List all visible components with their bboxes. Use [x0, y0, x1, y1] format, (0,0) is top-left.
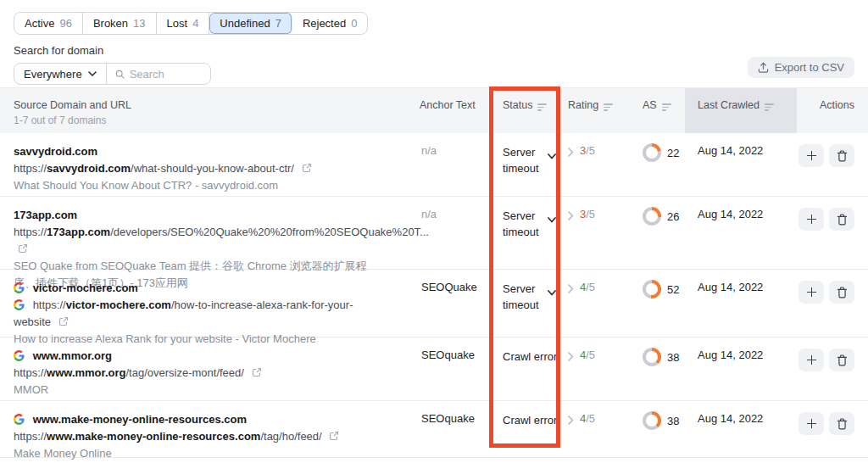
source-domain[interactable]: savvydroid.com	[14, 145, 97, 158]
status-value: Crawl error	[503, 349, 557, 365]
source-domain-line: www.mmor.org	[14, 348, 388, 365]
sort-icon	[604, 103, 613, 111]
actions-cell	[797, 133, 868, 196]
authority-score-donut	[643, 348, 661, 366]
source-domain[interactable]: www.mmor.org	[33, 349, 112, 362]
add-button[interactable]	[798, 281, 824, 304]
external-link-icon[interactable]	[302, 163, 312, 173]
trash-icon	[837, 150, 848, 162]
plus-icon	[807, 287, 816, 297]
authority-score-value: 38	[667, 415, 679, 427]
last-crawled-date: Aug 14, 2022	[685, 337, 797, 400]
delete-button[interactable]	[829, 281, 854, 304]
chevron-right-icon	[568, 416, 574, 425]
status-cell: Crawl error	[490, 337, 559, 400]
rating-cell[interactable]: 4/5	[559, 337, 630, 400]
source-cell: www.make-money-online-resources.com http…	[0, 401, 407, 462]
search-for-domain-label: Search for domain	[14, 44, 854, 57]
add-button[interactable]	[798, 208, 824, 231]
source-domain-line: savvydroid.com	[14, 143, 388, 160]
authority-score-value: 52	[667, 283, 679, 296]
external-link-icon[interactable]	[58, 316, 69, 326]
chevron-down-icon	[548, 153, 556, 159]
delete-button[interactable]	[829, 412, 854, 435]
actions-cell	[797, 337, 868, 400]
status-value: Server timeout	[503, 281, 543, 313]
header-anchor-text: Anchor Text	[407, 88, 490, 133]
external-link-icon[interactable]	[329, 431, 339, 441]
rating-cell[interactable]: 4/5	[559, 401, 630, 462]
chevron-right-icon	[568, 211, 574, 220]
trash-icon	[837, 418, 848, 430]
source-url[interactable]: savvydroid.com	[47, 162, 131, 175]
search-input[interactable]	[130, 68, 202, 81]
header-source-label: Source Domain and URL	[14, 99, 407, 111]
google-index-icon	[14, 350, 25, 361]
source-url[interactable]: victor-mochere.com	[66, 298, 171, 311]
add-button[interactable]	[798, 144, 824, 167]
tab-rejected[interactable]: Rejected 0	[292, 13, 368, 34]
plus-icon	[807, 215, 816, 224]
tab-broken[interactable]: Broken 13	[83, 13, 157, 34]
header-status[interactable]: Status	[490, 88, 559, 133]
sort-icon	[662, 103, 671, 111]
sort-icon	[537, 103, 547, 111]
tab-undefined[interactable]: Undefined 7	[209, 13, 292, 34]
plus-icon	[807, 419, 816, 428]
table-row: www.mmor.org https://www.mmor.org/tag/ov…	[0, 337, 868, 401]
delete-button[interactable]	[829, 208, 854, 231]
external-link-icon[interactable]	[252, 367, 262, 377]
add-button[interactable]	[798, 349, 824, 371]
last-crawled-date: Aug 14, 2022	[685, 270, 797, 348]
google-index-icon	[14, 414, 25, 425]
source-domain[interactable]: www.make-money-online-resources.com	[33, 413, 247, 426]
chevron-right-icon	[568, 284, 574, 293]
tab-count: 4	[192, 17, 198, 30]
trash-icon	[837, 287, 848, 298]
trash-icon	[837, 354, 848, 366]
header-last-crawled[interactable]: Last Crawled	[685, 88, 797, 133]
source-domain-line: victor-mochere.com	[14, 280, 388, 297]
results-range: 1-7 out of 7 domains	[14, 114, 407, 126]
source-domain[interactable]: 173app.com	[14, 209, 77, 221]
anchor-text: SEOquake	[407, 337, 490, 400]
last-crawled-date: Aug 14, 2022	[685, 401, 797, 462]
export-to-csv-button[interactable]: Export to CSV	[748, 57, 854, 78]
chevron-down-icon	[548, 217, 556, 223]
header-authority-score[interactable]: AS	[630, 88, 685, 133]
tab-label: Broken	[93, 17, 128, 30]
rating-cell[interactable]: 4/5	[559, 270, 630, 348]
delete-button[interactable]	[829, 349, 854, 371]
source-url[interactable]: www.make-money-online-resources.com	[47, 430, 260, 443]
tab-active[interactable]: Active 96	[14, 13, 83, 34]
authority-score-donut	[643, 280, 661, 298]
table-row: 173app.com https://173app.com/developers…	[0, 197, 868, 270]
status-value: Crawl error	[503, 412, 557, 428]
header-actions: Actions	[797, 88, 868, 133]
authority-score-value: 26	[667, 210, 679, 223]
source-url[interactable]: www.mmor.org	[47, 366, 125, 379]
tab-lost[interactable]: Lost 4	[157, 13, 210, 34]
status-dropdown[interactable]: Server timeout	[490, 133, 559, 196]
authority-score-cell: 38	[630, 401, 685, 462]
add-button[interactable]	[798, 412, 824, 435]
source-cell: savvydroid.com https://savvydroid.com/wh…	[0, 133, 407, 196]
search-field-wrap	[107, 64, 210, 84]
tab-label: Rejected	[303, 17, 346, 30]
header-rating[interactable]: Rating	[559, 88, 630, 133]
status-dropdown[interactable]: Server timeout	[490, 270, 559, 348]
scope-dropdown[interactable]: Everywhere	[14, 64, 107, 84]
delete-button[interactable]	[829, 144, 854, 167]
source-url[interactable]: 173app.com	[47, 226, 110, 238]
authority-score-cell: 38	[630, 337, 685, 400]
status-filter-tabs: Active 96 Broken 13 Lost 4 Undefined 7 R…	[14, 12, 368, 35]
trash-icon	[837, 214, 848, 226]
authority-score-donut	[643, 143, 661, 162]
authority-score-donut	[643, 411, 661, 430]
source-domain-line: 173app.com	[14, 207, 388, 224]
external-link-icon[interactable]	[18, 243, 28, 254]
rating-cell[interactable]: 3/5	[559, 133, 630, 196]
tab-count: 13	[133, 17, 145, 30]
table-row: www.make-money-online-resources.com http…	[0, 401, 868, 458]
source-domain[interactable]: victor-mochere.com	[33, 282, 138, 294]
